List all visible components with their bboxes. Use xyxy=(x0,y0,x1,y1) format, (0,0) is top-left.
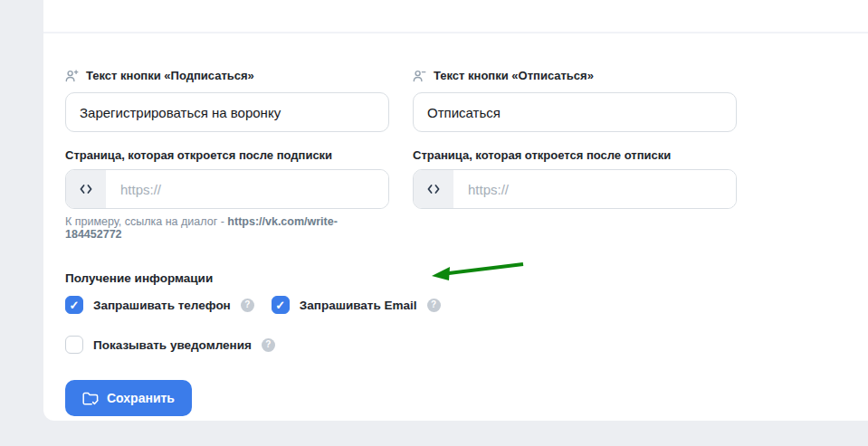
subscribe-button-label-text: Текст кнопки «Подписаться» xyxy=(86,69,254,82)
question-circle-icon[interactable]: ? xyxy=(262,338,275,352)
unsubscribe-button-field-wrap xyxy=(413,92,737,132)
checkbox-item-phone[interactable]: ✓ Запрашивать телефон ? xyxy=(65,296,254,314)
code-icon[interactable] xyxy=(414,170,453,208)
form-grid: Текст кнопки «Подписаться» Текст кнопки … xyxy=(65,69,846,241)
unsubscribe-page-label: Страница, которая откроется после отписк… xyxy=(413,148,737,162)
code-icon[interactable] xyxy=(66,170,106,208)
card-header-divider xyxy=(43,0,868,33)
checkbox-row-1: ✓ Запрашивать телефон ? ✓ Запрашивать Em… xyxy=(65,296,846,314)
unsubscribe-page-label-text: Страница, которая откроется после отписк… xyxy=(413,148,671,162)
unsubscribe-button-text-input[interactable] xyxy=(413,92,737,132)
checkbox-item-notifications[interactable]: ✓ Показывать уведомления ? xyxy=(65,336,275,354)
subscribe-page-label: Страница, которая откроется после подпис… xyxy=(65,148,389,162)
email-checkbox[interactable]: ✓ xyxy=(272,296,290,314)
subscribe-button-field-wrap xyxy=(65,92,389,132)
empty-cell xyxy=(413,209,737,241)
notifications-checkbox[interactable]: ✓ xyxy=(65,336,83,354)
subscribe-page-label-text: Страница, которая откроется после подпис… xyxy=(65,148,332,162)
question-circle-icon[interactable]: ? xyxy=(427,299,441,312)
save-button-label: Сохранить xyxy=(107,391,175,405)
info-section-title: Получение информации xyxy=(65,271,846,285)
hint-prefix-text: К примеру, ссылка на диалог - xyxy=(65,215,227,228)
subscribe-button-text-input[interactable] xyxy=(65,92,389,132)
folder-check-icon xyxy=(82,392,99,405)
save-button[interactable]: Сохранить xyxy=(65,380,192,416)
user-minus-icon xyxy=(413,70,426,82)
unsubscribe-page-url-input[interactable] xyxy=(453,170,736,208)
check-icon: ✓ xyxy=(70,299,80,311)
card-body: Текст кнопки «Подписаться» Текст кнопки … xyxy=(43,33,868,416)
email-checkbox-label: Запрашивать Email xyxy=(300,299,417,312)
user-plus-icon xyxy=(65,70,79,82)
checkbox-item-email[interactable]: ✓ Запрашивать Email ? xyxy=(272,296,441,314)
notifications-checkbox-label: Показывать уведомления xyxy=(93,338,252,352)
unsubscribe-button-label: Текст кнопки «Отписаться» xyxy=(413,69,737,82)
subscribe-page-url-group xyxy=(65,169,389,209)
unsubscribe-page-url-group xyxy=(413,169,737,209)
check-icon: ✓ xyxy=(275,299,285,311)
phone-checkbox[interactable]: ✓ xyxy=(65,296,83,314)
settings-card: Текст кнопки «Подписаться» Текст кнопки … xyxy=(43,0,868,421)
phone-checkbox-label: Запрашивать телефон xyxy=(93,299,231,312)
subscribe-button-label: Текст кнопки «Подписаться» xyxy=(65,69,389,82)
page: Текст кнопки «Подписаться» Текст кнопки … xyxy=(0,0,868,446)
subscribe-page-url-input[interactable] xyxy=(106,170,388,208)
unsubscribe-button-label-text: Текст кнопки «Отписаться» xyxy=(434,69,594,82)
question-circle-icon[interactable]: ? xyxy=(241,299,254,312)
example-link-hint: К примеру, ссылка на диалог - https://vk… xyxy=(65,215,389,241)
checkbox-row-2: ✓ Показывать уведомления ? xyxy=(65,336,846,354)
